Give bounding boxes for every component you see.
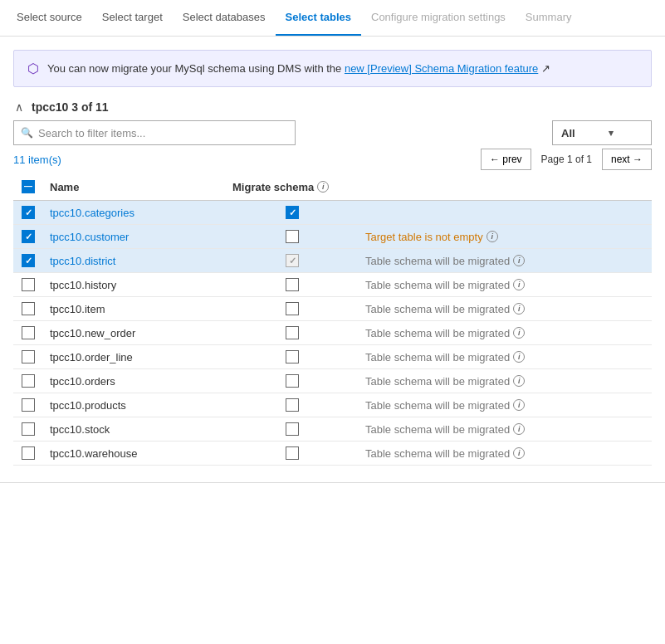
status-text-new_order: Table schema will be migrated i (365, 327, 645, 339)
filter-dropdown[interactable]: All ▾ (552, 120, 652, 145)
status-info-icon-history[interactable]: i (513, 279, 525, 290)
status-text-warehouse: Table schema will be migrated i (365, 447, 645, 460)
migrate-schema-checkbox-categories[interactable] (286, 206, 299, 219)
pagination-row: 11 item(s) ← prev Page 1 of 1 next → (13, 149, 652, 170)
row-checkbox-products[interactable] (22, 398, 35, 412)
nav-tabs: Select sourceSelect targetSelect databas… (0, 0, 665, 37)
row-name-stock: tpcc10.stock (43, 417, 226, 442)
nav-tab-select-tables[interactable]: Select tables (276, 0, 362, 36)
search-icon: 🔍 (21, 127, 33, 139)
collapse-button[interactable]: ∧ (13, 100, 25, 114)
status-cell-products: Table schema will be migrated i (359, 393, 652, 417)
status-text-customer: Target table is not empty i (365, 231, 645, 243)
status-info-icon-new_order[interactable]: i (513, 327, 525, 339)
search-box: 🔍 (13, 120, 296, 145)
status-info-icon-item[interactable]: i (513, 303, 525, 315)
status-cell-stock: Table schema will be migrated i (359, 417, 652, 442)
page-info: Page 1 of 1 (535, 154, 599, 165)
status-info-icon-order_line[interactable]: i (513, 351, 525, 363)
row-checkbox-cell-orders (13, 369, 43, 393)
tables-table: Name Migrate schema i tpcc10.categoriest… (13, 173, 652, 466)
status-info-icon-orders[interactable]: i (513, 375, 525, 387)
table-row: tpcc10.productsTable schema will be migr… (13, 393, 652, 417)
row-checkbox-cell-customer (13, 225, 43, 249)
nav-tab-configure-migration-settings: Configure migration settings (361, 0, 516, 36)
row-checkbox-customer[interactable] (22, 230, 35, 243)
row-checkbox-categories[interactable] (22, 206, 35, 219)
status-cell-new_order: Table schema will be migrated i (359, 321, 652, 345)
schema-migration-link[interactable]: new [Preview] Schema Migration feature (345, 62, 538, 75)
migrate-schema-checkbox-stock[interactable] (286, 422, 299, 436)
row-name-customer: tpcc10.customer (43, 225, 226, 249)
toolbar: 🔍 All ▾ (13, 120, 652, 145)
filter-value: All (561, 127, 575, 139)
row-checkbox-order_line[interactable] (22, 350, 35, 363)
status-text-district: Table schema will be migrated i (365, 255, 645, 267)
table-header-row: Name Migrate schema i (13, 173, 652, 201)
status-cell-order_line: Table schema will be migrated i (359, 345, 652, 369)
row-checkbox-cell-district (13, 249, 43, 273)
status-info-icon-stock[interactable]: i (513, 423, 525, 435)
name-link-district[interactable]: tpcc10.district (50, 255, 115, 267)
migrate-schema-checkbox-history[interactable] (286, 278, 299, 291)
row-name-item: tpcc10.item (43, 297, 226, 321)
migrate-schema-checkbox-customer[interactable] (286, 230, 299, 243)
row-checkbox-warehouse[interactable] (22, 446, 35, 460)
pagination-controls: ← prev Page 1 of 1 next → (481, 149, 652, 170)
migrate-schema-info-icon[interactable]: i (317, 181, 329, 193)
chevron-down-icon: ▾ (609, 128, 614, 139)
search-input[interactable] (38, 127, 288, 139)
status-cell-warehouse: Table schema will be migrated i (359, 442, 652, 466)
select-all-checkbox[interactable] (22, 180, 35, 193)
status-text-stock: Table schema will be migrated i (365, 423, 645, 436)
row-checkbox-district[interactable] (22, 254, 35, 267)
banner-text: You can now migrate your MySql schema us… (47, 62, 550, 75)
item-count: 11 item(s) (13, 154, 61, 166)
migrate-schema-checkbox-warehouse[interactable] (286, 446, 299, 460)
status-cell-orders: Table schema will be migrated i (359, 369, 652, 393)
name-link-customer[interactable]: tpcc10.customer (50, 231, 129, 243)
header-status (359, 173, 652, 201)
migrate-schema-checkbox-orders[interactable] (286, 374, 299, 388)
migrate-schema-cell-new_order (226, 321, 359, 345)
status-info-icon-customer[interactable]: i (487, 231, 498, 242)
table-row: tpcc10.stockTable schema will be migrate… (13, 417, 652, 442)
row-checkbox-stock[interactable] (22, 422, 35, 436)
status-info-icon-district[interactable]: i (513, 255, 525, 266)
row-checkbox-orders[interactable] (22, 374, 35, 388)
row-checkbox-item[interactable] (22, 302, 35, 315)
migrate-schema-cell-warehouse (226, 442, 359, 466)
next-button[interactable]: next → (602, 149, 652, 170)
status-info-icon-warehouse[interactable]: i (513, 447, 525, 459)
table-row: tpcc10.itemTable schema will be migrated… (13, 297, 652, 321)
migrate-schema-cell-district (226, 249, 359, 273)
migrate-schema-checkbox-products[interactable] (286, 398, 299, 412)
section-header: ∧ tpcc10 3 of 11 (13, 100, 652, 114)
nav-tab-select-target[interactable]: Select target (92, 0, 173, 36)
row-name-orders: tpcc10.orders (43, 369, 226, 393)
row-checkbox-cell-warehouse (13, 442, 43, 466)
table-row: tpcc10.historyTable schema will be migra… (13, 273, 652, 297)
status-cell-district: Table schema will be migrated i (359, 249, 652, 273)
table-row: tpcc10.ordersTable schema will be migrat… (13, 369, 652, 393)
prev-button[interactable]: ← prev (481, 149, 531, 170)
row-checkbox-history[interactable] (22, 278, 35, 291)
name-link-categories[interactable]: tpcc10.categories (50, 207, 134, 219)
migrate-schema-checkbox-order_line[interactable] (286, 350, 299, 363)
table-row: tpcc10.categories (13, 201, 652, 225)
migrate-schema-checkbox-item[interactable] (286, 302, 299, 315)
migrate-schema-cell-products (226, 393, 359, 417)
row-checkbox-cell-order_line (13, 345, 43, 369)
table-container: Name Migrate schema i tpcc10.categoriest… (13, 173, 652, 466)
status-info-icon-products[interactable]: i (513, 399, 525, 411)
status-cell-history: Table schema will be migrated i (359, 273, 652, 297)
row-checkbox-cell-stock (13, 417, 43, 442)
row-checkbox-new_order[interactable] (22, 326, 35, 339)
nav-tab-select-source[interactable]: Select source (7, 0, 92, 36)
header-name: Name (43, 173, 226, 201)
migrate-schema-cell-orders (226, 369, 359, 393)
nav-tab-select-databases[interactable]: Select databases (173, 0, 276, 36)
bottom-divider (0, 482, 665, 483)
migrate-schema-checkbox-new_order[interactable] (286, 326, 299, 339)
section-title: tpcc10 3 of 11 (32, 100, 109, 114)
